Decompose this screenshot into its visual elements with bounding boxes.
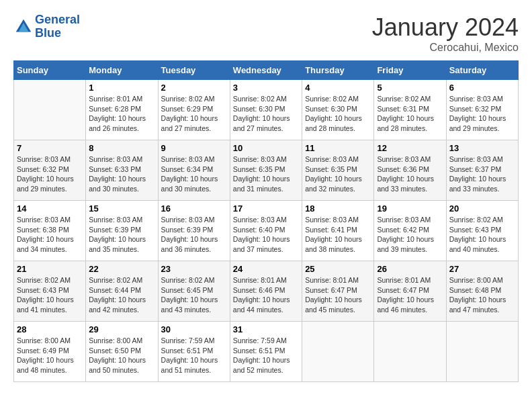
day-number: 11	[305, 143, 371, 153]
day-number: 9	[161, 143, 227, 153]
day-info: Sunrise: 8:03 AM Sunset: 6:37 PM Dayligh…	[449, 154, 515, 194]
day-number: 29	[89, 324, 154, 334]
calendar-cell: 10Sunrise: 8:03 AM Sunset: 6:35 PM Dayli…	[230, 140, 302, 201]
day-info: Sunrise: 8:03 AM Sunset: 6:36 PM Dayligh…	[377, 154, 443, 194]
calendar-cell: 8Sunrise: 8:03 AM Sunset: 6:33 PM Daylig…	[86, 140, 158, 201]
calendar-cell: 16Sunrise: 8:03 AM Sunset: 6:39 PM Dayli…	[158, 201, 230, 261]
day-info: Sunrise: 8:02 AM Sunset: 6:43 PM Dayligh…	[449, 215, 515, 255]
calendar-cell: 21Sunrise: 8:02 AM Sunset: 6:43 PM Dayli…	[14, 261, 86, 322]
day-number: 31	[233, 324, 299, 334]
day-info: Sunrise: 8:03 AM Sunset: 6:40 PM Dayligh…	[233, 215, 299, 255]
calendar-cell: 31Sunrise: 7:59 AM Sunset: 6:51 PM Dayli…	[230, 322, 302, 382]
calendar-cell: 17Sunrise: 8:03 AM Sunset: 6:40 PM Dayli…	[230, 201, 302, 261]
calendar-cell: 20Sunrise: 8:02 AM Sunset: 6:43 PM Dayli…	[446, 201, 518, 261]
day-info: Sunrise: 8:03 AM Sunset: 6:42 PM Dayligh…	[377, 215, 443, 255]
day-info: Sunrise: 8:00 AM Sunset: 6:49 PM Dayligh…	[17, 336, 83, 375]
week-row-3: 14Sunrise: 8:03 AM Sunset: 6:38 PM Dayli…	[14, 201, 519, 261]
day-number: 3	[233, 83, 299, 93]
day-info: Sunrise: 8:03 AM Sunset: 6:32 PM Dayligh…	[17, 154, 83, 194]
calendar-cell: 14Sunrise: 8:03 AM Sunset: 6:38 PM Dayli…	[14, 201, 86, 261]
calendar-cell: 2Sunrise: 8:02 AM Sunset: 6:29 PM Daylig…	[158, 80, 230, 140]
day-number: 14	[17, 203, 83, 214]
day-number: 30	[161, 324, 227, 334]
calendar-cell	[374, 322, 446, 382]
day-number: 21	[17, 264, 83, 274]
day-info: Sunrise: 8:02 AM Sunset: 6:43 PM Dayligh…	[17, 275, 83, 315]
calendar-cell: 6Sunrise: 8:03 AM Sunset: 6:32 PM Daylig…	[446, 80, 518, 140]
day-number: 22	[89, 264, 154, 274]
weekday-header-friday: Friday	[374, 61, 446, 80]
day-info: Sunrise: 8:03 AM Sunset: 6:35 PM Dayligh…	[305, 154, 371, 194]
day-number: 4	[305, 83, 371, 93]
title-block: January 2024 Cerocahui, Mexico	[372, 13, 519, 54]
week-row-2: 7Sunrise: 8:03 AM Sunset: 6:32 PM Daylig…	[14, 140, 519, 201]
week-row-1: 1Sunrise: 8:01 AM Sunset: 6:28 PM Daylig…	[14, 80, 519, 140]
day-number: 1	[89, 83, 154, 93]
day-number: 27	[449, 264, 515, 274]
calendar-cell: 27Sunrise: 8:00 AM Sunset: 6:48 PM Dayli…	[446, 261, 518, 322]
calendar-cell: 30Sunrise: 7:59 AM Sunset: 6:51 PM Dayli…	[158, 322, 230, 382]
calendar-cell: 4Sunrise: 8:02 AM Sunset: 6:30 PM Daylig…	[302, 80, 374, 140]
calendar-cell: 13Sunrise: 8:03 AM Sunset: 6:37 PM Dayli…	[446, 140, 518, 201]
day-number: 24	[233, 264, 299, 274]
day-info: Sunrise: 8:03 AM Sunset: 6:39 PM Dayligh…	[89, 215, 154, 255]
day-info: Sunrise: 8:03 AM Sunset: 6:34 PM Dayligh…	[161, 154, 227, 194]
weekday-header-wednesday: Wednesday	[230, 61, 302, 80]
day-info: Sunrise: 8:03 AM Sunset: 6:32 PM Dayligh…	[449, 94, 515, 134]
day-info: Sunrise: 8:03 AM Sunset: 6:33 PM Dayligh…	[89, 154, 154, 194]
day-info: Sunrise: 8:00 AM Sunset: 6:48 PM Dayligh…	[449, 275, 515, 315]
day-info: Sunrise: 7:59 AM Sunset: 6:51 PM Dayligh…	[161, 336, 227, 375]
day-info: Sunrise: 8:01 AM Sunset: 6:46 PM Dayligh…	[233, 275, 299, 315]
day-info: Sunrise: 8:01 AM Sunset: 6:47 PM Dayligh…	[377, 275, 443, 315]
calendar-cell	[14, 80, 86, 140]
calendar-cell: 19Sunrise: 8:03 AM Sunset: 6:42 PM Dayli…	[374, 201, 446, 261]
day-number: 13	[449, 143, 515, 153]
day-number: 2	[161, 83, 227, 93]
day-info: Sunrise: 8:02 AM Sunset: 6:44 PM Dayligh…	[89, 275, 154, 315]
day-info: Sunrise: 8:03 AM Sunset: 6:41 PM Dayligh…	[305, 215, 371, 255]
day-number: 6	[449, 83, 515, 93]
day-number: 15	[89, 203, 154, 214]
day-info: Sunrise: 8:02 AM Sunset: 6:30 PM Dayligh…	[233, 94, 299, 134]
day-number: 26	[377, 264, 443, 274]
day-info: Sunrise: 8:02 AM Sunset: 6:30 PM Dayligh…	[305, 94, 371, 134]
calendar-cell: 25Sunrise: 8:01 AM Sunset: 6:47 PM Dayli…	[302, 261, 374, 322]
calendar-cell: 3Sunrise: 8:02 AM Sunset: 6:30 PM Daylig…	[230, 80, 302, 140]
logo-icon	[13, 17, 34, 37]
logo-text: General Blue	[35, 13, 80, 40]
weekday-header-thursday: Thursday	[302, 61, 374, 80]
day-number: 18	[305, 203, 371, 214]
calendar-cell: 1Sunrise: 8:01 AM Sunset: 6:28 PM Daylig…	[86, 80, 158, 140]
calendar-cell: 12Sunrise: 8:03 AM Sunset: 6:36 PM Dayli…	[374, 140, 446, 201]
calendar-cell: 5Sunrise: 8:02 AM Sunset: 6:31 PM Daylig…	[374, 80, 446, 140]
week-row-4: 21Sunrise: 8:02 AM Sunset: 6:43 PM Dayli…	[14, 261, 519, 322]
day-number: 17	[233, 203, 299, 214]
day-info: Sunrise: 8:03 AM Sunset: 6:38 PM Dayligh…	[17, 215, 83, 255]
day-number: 7	[17, 143, 83, 153]
day-info: Sunrise: 8:01 AM Sunset: 6:47 PM Dayligh…	[305, 275, 371, 315]
weekday-header-monday: Monday	[86, 61, 158, 80]
weekday-header-row: SundayMondayTuesdayWednesdayThursdayFrid…	[14, 61, 519, 80]
calendar-cell: 22Sunrise: 8:02 AM Sunset: 6:44 PM Dayli…	[86, 261, 158, 322]
weekday-header-tuesday: Tuesday	[158, 61, 230, 80]
day-number: 5	[377, 83, 443, 93]
calendar-cell: 29Sunrise: 8:00 AM Sunset: 6:50 PM Dayli…	[86, 322, 158, 382]
day-info: Sunrise: 8:01 AM Sunset: 6:28 PM Dayligh…	[89, 94, 154, 134]
weekday-header-sunday: Sunday	[14, 61, 86, 80]
day-info: Sunrise: 8:02 AM Sunset: 6:45 PM Dayligh…	[161, 275, 227, 315]
day-info: Sunrise: 8:00 AM Sunset: 6:50 PM Dayligh…	[89, 336, 154, 375]
day-info: Sunrise: 8:02 AM Sunset: 6:29 PM Dayligh…	[161, 94, 227, 134]
day-number: 20	[449, 203, 515, 214]
day-number: 16	[161, 203, 227, 214]
calendar-cell: 23Sunrise: 8:02 AM Sunset: 6:45 PM Dayli…	[158, 261, 230, 322]
calendar-cell: 18Sunrise: 8:03 AM Sunset: 6:41 PM Dayli…	[302, 201, 374, 261]
day-number: 28	[17, 324, 83, 334]
day-number: 12	[377, 143, 443, 153]
calendar-cell: 15Sunrise: 8:03 AM Sunset: 6:39 PM Dayli…	[86, 201, 158, 261]
week-row-5: 28Sunrise: 8:00 AM Sunset: 6:49 PM Dayli…	[14, 322, 519, 382]
day-number: 23	[161, 264, 227, 274]
calendar-table: SundayMondayTuesdayWednesdayThursdayFrid…	[13, 60, 519, 382]
page-header: General Blue January 2024 Cerocahui, Mex…	[13, 13, 519, 54]
calendar-cell: 11Sunrise: 8:03 AM Sunset: 6:35 PM Dayli…	[302, 140, 374, 201]
calendar-cell: 24Sunrise: 8:01 AM Sunset: 6:46 PM Dayli…	[230, 261, 302, 322]
